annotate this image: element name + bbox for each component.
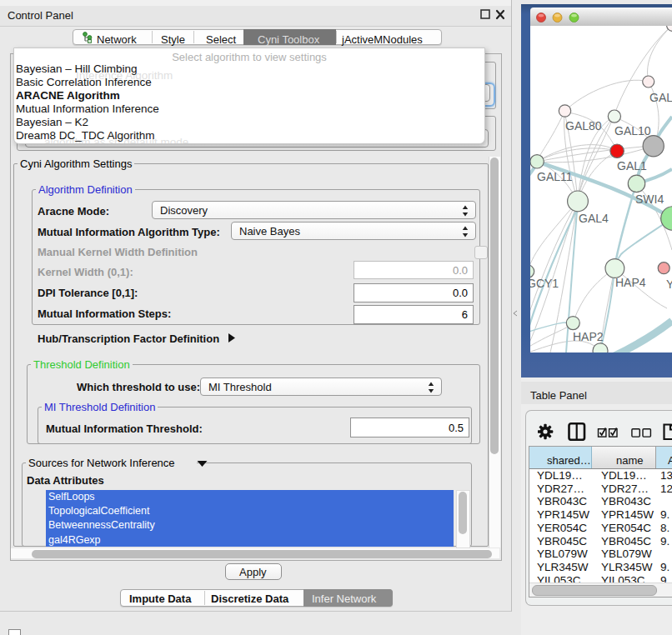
svg-text:HAP4: HAP4 — [615, 276, 646, 289]
svg-text:GCY1: GCY1 — [530, 277, 559, 290]
svg-text:GAL10: GAL10 — [614, 124, 651, 138]
svg-text:GAL: GAL — [649, 91, 672, 104]
svg-text:HAP2: HAP2 — [573, 330, 604, 343]
svg-text:GAL4: GAL4 — [579, 212, 609, 225]
svg-text:Y: Y — [666, 278, 672, 291]
svg-text:GAL11: GAL11 — [537, 170, 573, 183]
svg-text:GAL80: GAL80 — [565, 119, 602, 132]
svg-text:SWI4: SWI4 — [635, 192, 664, 206]
svg-text:GAL1: GAL1 — [617, 159, 647, 172]
